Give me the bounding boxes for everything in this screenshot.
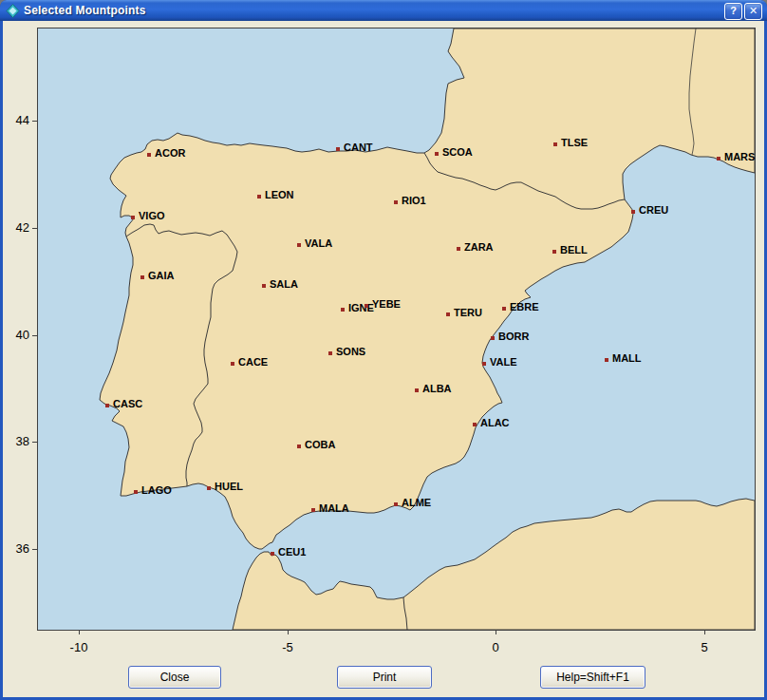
station-marker-cant xyxy=(336,147,340,151)
y-axis-label: 40 xyxy=(5,328,29,342)
station-label-zara: ZARA xyxy=(464,241,494,253)
station-label-yebe: YEBE xyxy=(372,298,401,310)
y-axis-tick xyxy=(32,228,37,229)
station-marker-igne xyxy=(341,308,345,312)
station-marker-vala xyxy=(297,243,301,247)
station-marker-sons xyxy=(328,351,332,355)
map-plot: ACORVIGOGAIACASCLAGOHUELCACESALALEONCANT… xyxy=(37,28,756,631)
station-label-huel: HUEL xyxy=(215,481,243,492)
close-icon[interactable]: ✕ xyxy=(744,3,762,20)
station-label-igne: IGNE xyxy=(348,302,374,313)
station-marker-casc xyxy=(105,404,109,407)
station-marker-gaia xyxy=(140,275,144,279)
station-label-alac: ALAC xyxy=(480,417,510,428)
station-label-acor: ACOR xyxy=(155,147,185,159)
dialog-body: ACORVIGOGAIACASCLAGOHUELCACESALALEONCANT… xyxy=(3,21,764,697)
station-marker-rio1 xyxy=(394,200,398,204)
station-label-rio1: RIO1 xyxy=(402,195,426,206)
station-marker-alme xyxy=(394,502,398,506)
station-marker-mala xyxy=(311,508,315,512)
station-label-sons: SONS xyxy=(336,346,365,357)
station-label-scoa: SCOA xyxy=(442,146,473,158)
station-marker-leon xyxy=(257,195,261,199)
station-marker-bell xyxy=(552,250,556,254)
station-marker-teru xyxy=(446,312,450,316)
station-label-borr: BORR xyxy=(498,331,529,342)
station-marker-zara xyxy=(457,247,460,251)
x-axis-label: 0 xyxy=(472,640,519,654)
station-label-cace: CACE xyxy=(238,356,268,368)
y-axis-tick xyxy=(32,335,37,336)
station-label-gaia: GAIA xyxy=(148,270,175,281)
station-label-leon: LEON xyxy=(265,189,294,200)
station-label-tlse: TLSE xyxy=(561,137,588,148)
station-marker-tlse xyxy=(553,142,557,146)
station-label-sala: SALA xyxy=(270,278,298,290)
y-axis-tick xyxy=(32,549,37,550)
station-marker-alac xyxy=(473,423,477,426)
station-label-coba: COBA xyxy=(305,439,335,450)
station-label-mars: MARS xyxy=(724,151,755,162)
station-label-alba: ALBA xyxy=(422,383,452,394)
titlebar[interactable]: Selected Mountpoints ? ✕ xyxy=(0,0,767,21)
station-marker-ceu1 xyxy=(271,552,274,556)
station-label-vala: VALA xyxy=(305,237,332,249)
station-marker-scoa xyxy=(435,152,439,156)
help-shortcut-button[interactable]: Help=Shift+F1 xyxy=(540,666,645,689)
help-icon[interactable]: ? xyxy=(724,3,742,20)
y-axis-label: 44 xyxy=(5,113,29,127)
y-axis-tick xyxy=(32,442,37,443)
selected-mountpoints-window: Selected Mountpoints ? ✕ ACORVIGOGAIA xyxy=(0,0,767,700)
station-label-cant: CANT xyxy=(344,142,373,153)
station-label-mala: MALA xyxy=(319,502,349,514)
station-marker-creu xyxy=(631,210,635,214)
x-axis-tick xyxy=(288,631,289,634)
station-marker-vigo xyxy=(131,216,135,219)
station-label-casc: CASC xyxy=(113,398,142,409)
print-button[interactable]: Print xyxy=(337,666,432,689)
station-label-ceu1: CEU1 xyxy=(278,546,306,558)
y-axis-label: 36 xyxy=(5,541,29,556)
app-icon xyxy=(6,4,20,18)
station-marker-borr xyxy=(491,336,495,340)
station-label-bell: BELL xyxy=(560,244,588,255)
station-marker-mall xyxy=(605,358,608,362)
station-marker-alba xyxy=(415,388,419,392)
station-label-vale: VALE xyxy=(490,356,517,368)
y-axis-tick xyxy=(32,121,37,122)
station-label-teru: TERU xyxy=(454,307,482,318)
close-button[interactable]: Close xyxy=(128,666,221,689)
station-label-lago: LAGO xyxy=(141,484,172,496)
station-layer: ACORVIGOGAIACASCLAGOHUELCACESALALEONCANT… xyxy=(38,28,755,630)
window-title: Selected Mountpoints xyxy=(24,4,146,17)
station-marker-ebre xyxy=(502,307,506,311)
station-label-creu: CREU xyxy=(639,204,668,216)
x-axis-tick xyxy=(704,631,705,634)
station-marker-cace xyxy=(231,362,234,366)
station-label-vigo: VIGO xyxy=(139,210,165,221)
station-marker-vale xyxy=(482,362,486,366)
x-axis-tick xyxy=(496,631,496,634)
x-axis-label: -5 xyxy=(264,640,311,654)
station-label-alme: ALME xyxy=(402,497,431,508)
station-marker-mars xyxy=(717,157,720,161)
station-marker-coba xyxy=(297,445,301,448)
station-label-ebre: EBRE xyxy=(510,301,539,312)
x-axis-label: -10 xyxy=(55,640,103,654)
station-marker-acor xyxy=(147,153,151,157)
footer: Close Print Help=Shift+F1 xyxy=(3,666,764,689)
station-marker-huel xyxy=(207,486,211,490)
station-marker-sala xyxy=(262,284,266,288)
y-axis-label: 38 xyxy=(5,434,29,448)
station-label-mall: MALL xyxy=(612,352,642,364)
y-axis-label: 42 xyxy=(5,220,29,235)
station-marker-lago xyxy=(134,490,138,494)
x-axis-tick xyxy=(79,631,80,634)
x-axis-label: 5 xyxy=(681,640,728,654)
station-marker-yebe xyxy=(365,304,368,308)
